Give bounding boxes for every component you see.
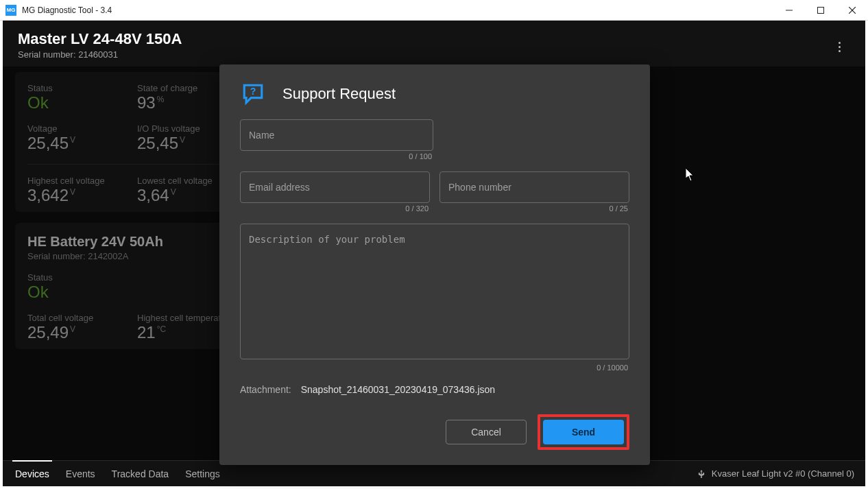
send-button[interactable]: Send (543, 420, 624, 444)
app-icon: MG (5, 5, 16, 16)
tab-devices[interactable]: Devices (7, 461, 58, 487)
send-button-highlight: Send (538, 414, 629, 450)
email-counter: 0 / 320 (240, 203, 430, 219)
window-minimize-button[interactable] (773, 0, 805, 21)
svg-text:?: ? (250, 86, 256, 97)
stat-value-status: Ok (27, 93, 137, 112)
stat-label-bstatus: Status (27, 272, 137, 283)
attachment-label: Attachment: (240, 384, 291, 395)
name-counter: 0 / 100 (240, 151, 433, 167)
svg-rect-1 (818, 7, 824, 13)
window-close-button[interactable] (836, 0, 868, 21)
page-header: Master LV 24-48V 150A Serial number: 214… (3, 21, 865, 67)
stat-value-voltage: 25,45V (27, 134, 137, 153)
window-maximize-button[interactable] (805, 0, 836, 21)
description-field[interactable] (240, 224, 629, 359)
window-titlebar: MG MG Diagnostic Tool - 3.4 (0, 0, 868, 21)
help-chat-icon: ? (240, 82, 266, 106)
phone-field[interactable] (439, 171, 629, 203)
description-counter: 0 / 10000 (240, 362, 629, 379)
dialog-title: Support Request (282, 85, 396, 103)
stat-value-hcell: 3,642V (27, 186, 137, 205)
support-request-dialog: ? Support Request 0 / 100 0 / 320 0 / 25… (219, 64, 650, 465)
stat-label-tcv: Total cell voltage (27, 313, 137, 323)
page-subtitle: Serial number: 21460031 (18, 49, 828, 60)
attachment-filename: Snapshot_21460031_20230419_073436.json (301, 384, 495, 395)
cancel-button[interactable]: Cancel (446, 420, 527, 444)
page-title: Master LV 24-48V 150A (18, 30, 828, 48)
usb-icon (697, 469, 706, 479)
kebab-menu-button[interactable] (828, 36, 850, 58)
connection-status: Kvaser Leaf Light v2 #0 (Channel 0) (697, 468, 861, 479)
email-field[interactable] (240, 171, 430, 203)
stat-label-voltage: Voltage (27, 123, 137, 134)
tab-events[interactable]: Events (58, 461, 104, 487)
window-title: MG Diagnostic Tool - 3.4 (22, 5, 112, 15)
phone-counter: 0 / 25 (439, 203, 629, 219)
attachment-row: Attachment: Snapshot_21460031_20230419_0… (240, 384, 629, 395)
stat-value-tcv: 25,49V (27, 323, 137, 342)
stat-label-status: Status (27, 83, 137, 93)
stat-label-hcell: Highest cell voltage (27, 176, 137, 186)
stat-value-bstatus: Ok (27, 283, 137, 302)
tab-tracked-data[interactable]: Tracked Data (104, 461, 178, 487)
name-field[interactable] (240, 119, 433, 151)
